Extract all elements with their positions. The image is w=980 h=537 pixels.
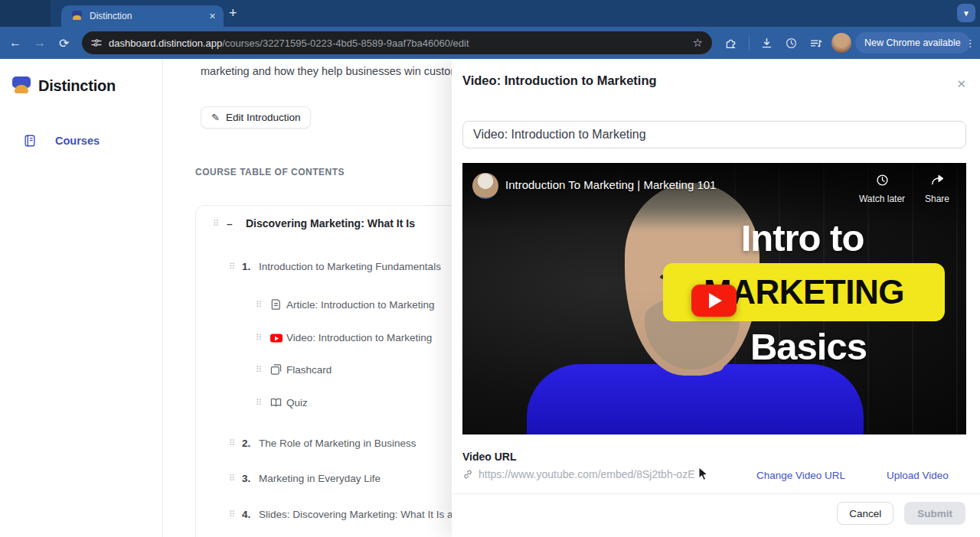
drag-handle-icon[interactable]: ⠿ — [213, 219, 219, 229]
drag-handle-icon[interactable]: ⠿ — [256, 300, 262, 310]
extensions-icon[interactable] — [724, 27, 737, 59]
lesson-number: 3. — [242, 473, 250, 484]
quiz-icon — [270, 397, 282, 408]
chevron-down-icon[interactable]: ▼ — [957, 4, 975, 22]
video-edit-panel: Video: Introduction to Marketing ✕ Intro… — [452, 60, 980, 537]
media-queue-icon[interactable] — [809, 27, 822, 59]
brand-name: Distinction — [38, 77, 116, 95]
lesson-title: Introduction to Marketing Fundamentals — [259, 261, 441, 272]
link-icon — [462, 469, 473, 480]
distinction-logo-icon — [12, 76, 32, 96]
tab-title: Distinction — [90, 11, 209, 21]
thumbnail-text-line3: Basics — [720, 325, 897, 368]
article-icon — [270, 299, 282, 311]
cancel-button[interactable]: Cancel — [837, 502, 893, 525]
content-item-title: Video: Introduction to Marketing — [286, 332, 432, 343]
course-intro-text: marketing and how they help businesses w… — [201, 65, 469, 77]
share-label: Share — [919, 194, 956, 204]
url-domain: dashboard.distinction.app — [109, 37, 222, 49]
browser-toolbar: ← → ⟳ dashboard.distinction.app/courses/… — [0, 27, 980, 59]
bookmark-star-icon[interactable]: ☆ — [693, 36, 703, 50]
flashcard-icon — [270, 364, 282, 376]
back-button[interactable]: ← — [9, 27, 21, 59]
tab-close-icon[interactable]: ✕ — [209, 11, 216, 21]
drag-handle-icon[interactable]: ⠿ — [229, 474, 235, 483]
drag-handle-icon[interactable]: ⠿ — [256, 365, 262, 375]
submit-button[interactable]: Submit — [904, 502, 965, 525]
url-path: /courses/32271595-0223-4bd5-8589-9aaf7ba… — [222, 37, 469, 49]
close-icon[interactable]: ✕ — [956, 77, 966, 91]
change-video-url-link[interactable]: Change Video URL — [756, 470, 845, 481]
drag-handle-icon[interactable]: ⠿ — [229, 509, 235, 519]
video-title-input[interactable] — [462, 121, 966, 148]
browser-menu-icon[interactable]: ⋮ — [965, 37, 976, 49]
browser-chrome: Distinction ✕ + ▼ ← → ⟳ dashboard.distin… — [0, 0, 980, 59]
window-corner — [0, 0, 51, 27]
video-url-row: https://www.youtube.com/embed/8Sj2tbh-oz… — [462, 468, 694, 480]
chrome-update-label: New Chrome available — [864, 37, 961, 48]
chrome-update-button[interactable]: New Chrome available ⋮ — [855, 32, 970, 54]
upload-video-link[interactable]: Upload Video — [887, 470, 949, 481]
sidebar-item-courses[interactable]: Courses — [0, 129, 162, 152]
lesson-number: 1. — [242, 261, 250, 272]
video-url-value: https://www.youtube.com/embed/8Sj2tbh-oz… — [479, 468, 694, 480]
channel-avatar[interactable] — [472, 173, 498, 199]
drag-handle-icon[interactable]: ⠿ — [256, 398, 262, 408]
reload-button[interactable]: ⟳ — [59, 27, 69, 59]
site-settings-icon[interactable] — [91, 37, 102, 48]
watch-later-button[interactable]: Watch later — [849, 174, 915, 204]
content-item-title: Quiz — [286, 397, 308, 408]
panel-footer: Cancel Submit — [837, 502, 965, 525]
content-item-title: Article: Introduction to Marketing — [286, 299, 435, 311]
app-window: Distinction Courses marketing and how th… — [0, 59, 980, 537]
pencil-icon: ✎ — [211, 112, 220, 123]
section-title: Discovering Marketing: What It Is — [246, 217, 415, 229]
browser-tab[interactable]: Distinction ✕ — [61, 5, 224, 27]
sidebar: Distinction Courses — [0, 59, 163, 537]
video-url-label: Video URL — [462, 451, 517, 463]
youtube-play-button[interactable] — [691, 285, 737, 317]
lesson-title: Marketing in Everyday Life — [259, 473, 381, 484]
new-tab-button[interactable]: + — [229, 5, 237, 21]
toolbar-separator — [749, 35, 750, 50]
lesson-title: Slides: Discovering Marketing: What It I… — [259, 509, 477, 520]
mouse-cursor — [698, 467, 709, 482]
watch-later-label: Watch later — [849, 194, 915, 204]
share-button[interactable]: Share — [919, 174, 956, 204]
forward-button[interactable]: → — [34, 27, 46, 59]
sidebar-item-label: Courses — [55, 135, 100, 147]
lesson-number: 4. — [242, 509, 250, 520]
drag-handle-icon[interactable]: ⠿ — [256, 333, 262, 343]
distinction-logo[interactable]: Distinction — [12, 76, 116, 96]
url-bar[interactable]: dashboard.distinction.app/courses/322715… — [82, 31, 712, 54]
toc-heading: COURSE TABLE OF CONTENTS — [195, 167, 345, 177]
tab-strip: Distinction ✕ + ▼ — [0, 0, 980, 27]
edit-introduction-button[interactable]: ✎ Edit Introduction — [201, 106, 311, 129]
lesson-number: 2. — [242, 438, 250, 449]
profile-avatar[interactable] — [831, 33, 851, 53]
youtube-icon — [270, 334, 283, 342]
collapse-icon[interactable]: – — [227, 218, 233, 229]
browsing-protection-icon[interactable] — [785, 27, 798, 59]
distinction-favicon — [71, 11, 83, 21]
drag-handle-icon[interactable]: ⠿ — [229, 262, 235, 272]
book-icon — [23, 134, 37, 148]
youtube-player[interactable]: Intro to MARKETING Basics Introduction T… — [462, 163, 966, 434]
lesson-title: The Role of Marketing in Business — [259, 438, 416, 449]
footer-divider — [452, 493, 980, 494]
edit-introduction-label: Edit Introduction — [226, 112, 301, 123]
download-icon[interactable] — [760, 27, 773, 59]
content-item-title: Flashcard — [286, 364, 332, 376]
panel-title: Video: Introduction to Marketing — [462, 73, 657, 88]
youtube-video-title[interactable]: Introduction To Marketing | Marketing 10… — [505, 178, 716, 191]
drag-handle-icon[interactable]: ⠿ — [229, 438, 235, 448]
